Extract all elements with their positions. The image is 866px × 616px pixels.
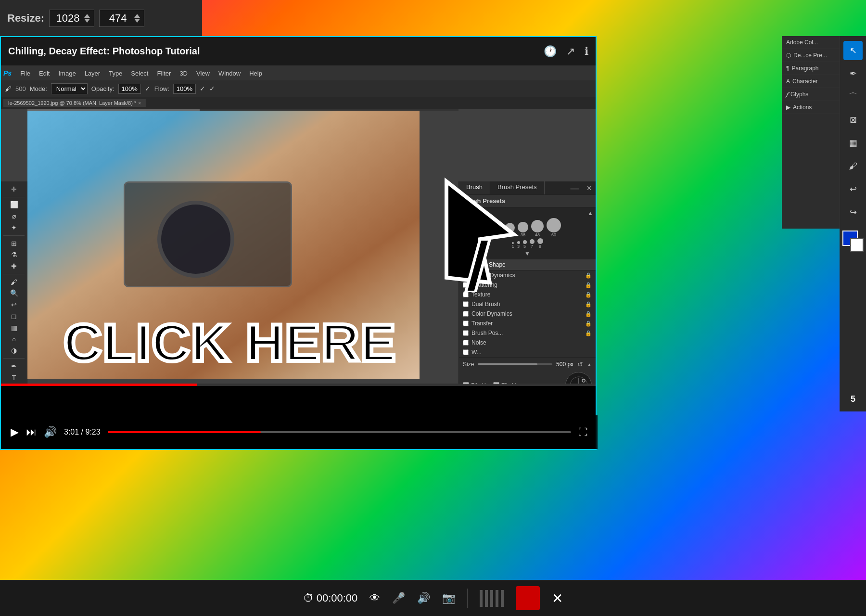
cb-transfer[interactable]: Transfer 🔒 (459, 319, 596, 328)
resize-width-arrows[interactable] (84, 14, 90, 23)
adobe-color-panel-item[interactable]: Adobe Col... (782, 36, 840, 49)
brush-scroll-down[interactable]: ▼ (461, 250, 593, 257)
cb-brush-pose-input[interactable] (463, 330, 469, 336)
ps-menu-type[interactable]: Type (105, 69, 126, 78)
cb-wet-edges-input[interactable] (463, 349, 469, 355)
cb-transfer-input[interactable] (463, 321, 469, 326)
brush-preset-3[interactable]: 3 (517, 241, 520, 249)
far-right-gradient-btn[interactable]: ▦ (843, 133, 863, 153)
resize-height-value[interactable]: 474 (103, 12, 132, 25)
cb-dual-brush[interactable]: Dual Brush 🔒 (459, 299, 596, 309)
flow-value[interactable]: 100% (173, 84, 196, 94)
dodge-btn[interactable]: ◑ (6, 346, 22, 356)
far-right-transform-btn[interactable]: ⊠ (843, 110, 863, 129)
cb-texture[interactable]: Texture 🔒 (459, 290, 596, 299)
pen-tool-btn[interactable]: ✒ (6, 361, 22, 372)
ps-menu-view[interactable]: View (192, 69, 214, 78)
glyphs-panel-item[interactable]: 𝒇 Glyphs (782, 88, 840, 101)
mode-select[interactable]: Normal (51, 83, 88, 94)
device-preview-panel-item[interactable]: ⬡ De...ce Pre... (782, 49, 840, 62)
healing-brush-btn[interactable]: ✚ (6, 261, 22, 271)
far-right-path-btn[interactable]: ⌒ (843, 87, 863, 106)
brush-btn[interactable]: 🖌 (6, 277, 22, 287)
actions-panel-item[interactable]: ▶ Actions (782, 101, 840, 114)
cb-scattering-input[interactable] (463, 282, 469, 288)
blur-btn[interactable]: ○ (6, 334, 22, 345)
resize-height-down-arrow[interactable] (134, 19, 140, 23)
eyedropper-btn[interactable]: ⚗ (6, 249, 22, 260)
resize-width-up-arrow[interactable] (84, 14, 90, 18)
ps-menu-help[interactable]: Help (245, 69, 266, 78)
resize-width-value[interactable]: 1028 (53, 12, 82, 25)
ps-menu-file[interactable]: File (16, 69, 34, 78)
youtube-share-button[interactable]: ↗ (566, 45, 575, 58)
ps-menu-window[interactable]: Window (215, 69, 244, 78)
brush-preset-5[interactable]: 5 (523, 240, 527, 249)
gradient-btn[interactable]: ▦ (6, 322, 22, 333)
screenshot-button[interactable]: 📷 (442, 592, 455, 604)
cb-dual-brush-input[interactable] (463, 301, 469, 307)
webcam-button[interactable]: 👁 (369, 592, 380, 604)
brush-preset-60[interactable]: 60 (547, 218, 561, 237)
ps-menu-filter[interactable]: Filter (153, 69, 175, 78)
brush-preset-36[interactable]: 36 (505, 223, 515, 237)
cb-color-dynamics[interactable]: Color Dynamics 🔒 (459, 309, 596, 319)
youtube-info-button[interactable]: ℹ (585, 45, 588, 58)
character-panel-item[interactable]: A Character (782, 75, 840, 88)
clone-stamp-btn[interactable]: 🔍 (6, 288, 22, 299)
crop-tool-btn[interactable]: ⊞ (6, 238, 22, 249)
brush-panel-collapse[interactable]: — (566, 181, 583, 194)
cb-noise[interactable]: Noise (459, 338, 596, 347)
next-button[interactable]: ⏭ (26, 426, 37, 438)
far-right-redo-btn[interactable]: ↪ (843, 203, 863, 222)
play-button[interactable]: ▶ (11, 426, 19, 438)
ps-tab-close-btn[interactable]: × (138, 101, 141, 106)
cb-shape-dynamics[interactable]: Shape Dynamics 🔒 (459, 270, 596, 280)
speaker-button[interactable]: 🔊 (417, 592, 430, 604)
brush-preset-7[interactable]: 7 (530, 239, 535, 249)
brush-tab-brush[interactable]: Brush (459, 181, 490, 194)
cb-texture-input[interactable] (463, 292, 469, 297)
cb-scattering[interactable]: Scattering 🔒 (459, 280, 596, 290)
video-seek-bar[interactable] (108, 431, 571, 433)
ps-menu-layer[interactable]: Layer (81, 69, 104, 78)
size-slider[interactable] (478, 363, 552, 365)
move-tool-btn[interactable]: ✛ (6, 184, 22, 194)
cb-wet-edges[interactable]: W... (459, 347, 596, 357)
stop-recording-button[interactable] (516, 586, 540, 610)
ps-menu-3d[interactable]: 3D (176, 69, 191, 78)
background-color-swatch[interactable] (850, 238, 864, 252)
far-right-brush-fill-btn[interactable]: 🖌 (843, 156, 863, 176)
cb-color-dynamics-input[interactable] (463, 311, 469, 317)
ps-menu-image[interactable]: Image (54, 69, 79, 78)
history-brush-btn[interactable]: ↩ (6, 299, 22, 310)
ps-menu-select[interactable]: Select (127, 69, 152, 78)
size-up-arrow[interactable]: ▲ (587, 362, 592, 367)
opacity-value[interactable]: 100% (118, 84, 141, 94)
mute-button[interactable]: 🔊 (44, 426, 57, 438)
cb-shape-dynamics-input[interactable] (463, 272, 469, 278)
quick-select-btn[interactable]: ✦ (6, 222, 22, 233)
brush-preset-1[interactable]: 1 (511, 242, 514, 249)
resize-height-up-arrow[interactable] (134, 14, 140, 18)
microphone-button[interactable]: 🎤 (392, 592, 405, 604)
lasso-tool-btn[interactable]: ⌀ (6, 211, 22, 221)
far-right-pen-btn[interactable]: ✒ (843, 64, 863, 83)
cb-brush-pose[interactable]: Brush Pos... 🔒 (459, 328, 596, 338)
brush-scroll-up[interactable]: ▲ (587, 210, 593, 217)
fullscreen-button[interactable]: ⛶ (578, 427, 588, 438)
resize-width-down-arrow[interactable] (84, 19, 90, 23)
brush-tip-shape-label[interactable]: Brush Tip Shape (459, 259, 596, 270)
eraser-btn[interactable]: ◻ (6, 311, 22, 321)
paragraph-panel-item[interactable]: ¶ Paragraph (782, 62, 840, 75)
brush-preset-38[interactable]: 38 (518, 222, 528, 237)
youtube-history-button[interactable]: 🕐 (544, 45, 557, 58)
brush-preset-48[interactable]: 48 (531, 220, 544, 237)
ps-document-tab[interactable]: le-2569502_1920.jpg @ 70.8% (MAN, Layer … (3, 99, 146, 107)
brush-preset-9[interactable]: 9 (537, 238, 543, 249)
far-right-undo-btn[interactable]: ↩ (843, 180, 863, 199)
size-reset-icon[interactable]: ↺ (577, 360, 583, 368)
ps-canvas-area[interactable]: ✛ ⬜ ⌀ ✦ ⊞ ⚗ ✚ 🖌 🔍 ↩ ◻ ▦ ○ ◑ ✒ T ↖ □ ✋ 🔍 (1, 109, 596, 384)
ps-menu-edit[interactable]: Edit (35, 69, 53, 78)
brush-tab-presets[interactable]: Brush Presets (490, 181, 545, 194)
